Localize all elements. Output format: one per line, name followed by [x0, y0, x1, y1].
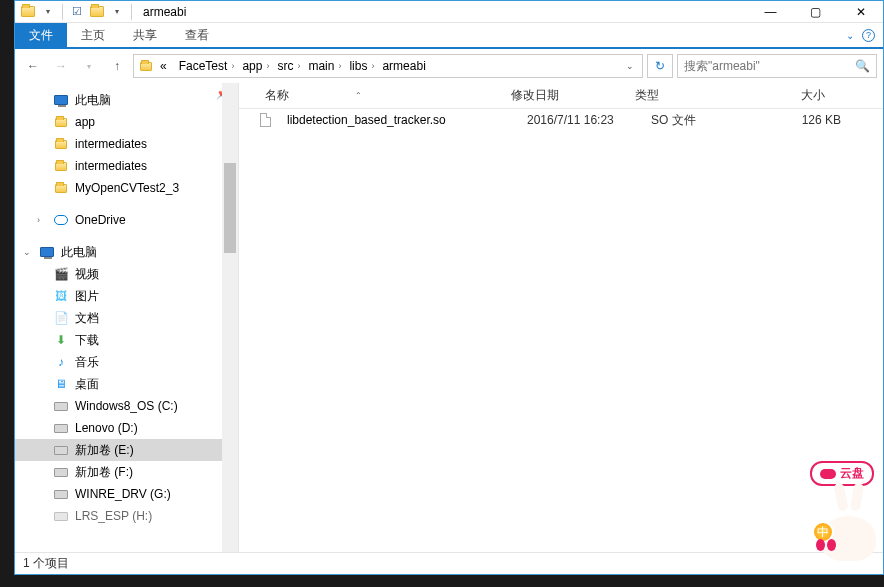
quick-access-toolbar: ▾ ☑ ▾: [15, 3, 135, 21]
file-size: 126 KB: [759, 113, 849, 127]
tab-share[interactable]: 共享: [119, 23, 171, 47]
sidebar-item[interactable]: ♪音乐: [15, 351, 238, 373]
status-bar: 1 个项目: [15, 552, 883, 574]
col-size[interactable]: 大小: [743, 87, 833, 104]
close-button[interactable]: ✕: [838, 1, 883, 23]
breadcrumb-seg[interactable]: armeabi: [378, 59, 429, 73]
sidebar-item[interactable]: WINRE_DRV (G:): [15, 483, 238, 505]
ribbon-tabs: 文件 主页 共享 查看 ⌄ ?: [15, 23, 883, 47]
file-list: 名称⌃ 修改日期 类型 大小 libdetection_based_tracke…: [239, 83, 883, 552]
sidebar-item[interactable]: 🖼图片: [15, 285, 238, 307]
breadcrumb-seg[interactable]: main›: [304, 59, 345, 73]
sidebar-item[interactable]: 📄文档: [15, 307, 238, 329]
sidebar-quick-access[interactable]: 此电脑 📌: [15, 89, 238, 111]
sidebar-item[interactable]: 新加卷 (F:): [15, 461, 238, 483]
sidebar-item[interactable]: app: [15, 111, 238, 133]
breadcrumb-overflow[interactable]: «: [156, 59, 175, 73]
ribbon-help-icon[interactable]: ?: [862, 29, 875, 42]
file-date: 2016/7/11 16:23: [519, 113, 643, 127]
qat-dropdown-2[interactable]: ▾: [108, 3, 126, 21]
sidebar-scrollbar[interactable]: [222, 83, 238, 552]
recent-dropdown[interactable]: ▾: [77, 54, 101, 78]
file-row[interactable]: libdetection_based_tracker.so 2016/7/11 …: [239, 109, 883, 131]
explorer-window: ▾ ☑ ▾ armeabi — ▢ ✕ 文件 主页 共享 查看 ⌄ ? ← → …: [14, 0, 884, 575]
qat-dropdown[interactable]: ▾: [39, 3, 57, 21]
file-icon: [257, 112, 273, 128]
sidebar-item[interactable]: Lenovo (D:): [15, 417, 238, 439]
refresh-button[interactable]: ↻: [647, 54, 673, 78]
nav-pane: 此电脑 📌 app intermediates intermediates My…: [15, 83, 239, 552]
column-headers: 名称⌃ 修改日期 类型 大小: [239, 83, 883, 109]
address-bar[interactable]: « FaceTest› app› src› main› libs› armeab…: [133, 54, 643, 78]
sidebar-item[interactable]: ⬇下载: [15, 329, 238, 351]
tab-file[interactable]: 文件: [15, 23, 67, 47]
sidebar-item[interactable]: intermediates: [15, 155, 238, 177]
back-button[interactable]: ←: [21, 54, 45, 78]
ribbon-expand-icon[interactable]: ⌄: [846, 30, 854, 41]
tab-home[interactable]: 主页: [67, 23, 119, 47]
search-icon: 🔍: [855, 59, 870, 73]
col-name[interactable]: 名称⌃: [257, 87, 503, 104]
sidebar-onedrive[interactable]: ›OneDrive: [15, 209, 238, 231]
nav-row: ← → ▾ ↑ « FaceTest› app› src› main› libs…: [15, 49, 883, 83]
sidebar-this-pc[interactable]: ⌄此电脑: [15, 241, 238, 263]
search-box[interactable]: 搜索"armeabi" 🔍: [677, 54, 877, 78]
window-title: armeabi: [143, 5, 186, 19]
forward-button[interactable]: →: [49, 54, 73, 78]
sidebar-item[interactable]: 🎬视频: [15, 263, 238, 285]
breadcrumb-seg[interactable]: libs›: [345, 59, 378, 73]
file-name: libdetection_based_tracker.so: [279, 113, 519, 127]
breadcrumb-seg[interactable]: src›: [273, 59, 304, 73]
qat-folder-icon[interactable]: [88, 3, 106, 21]
breadcrumb-seg[interactable]: app›: [238, 59, 273, 73]
sidebar-item[interactable]: MyOpenCVTest2_3: [15, 177, 238, 199]
tab-view[interactable]: 查看: [171, 23, 223, 47]
breadcrumb-seg[interactable]: FaceTest›: [175, 59, 239, 73]
sidebar-item[interactable]: 🖥桌面: [15, 373, 238, 395]
app-icon[interactable]: [19, 3, 37, 21]
col-date[interactable]: 修改日期: [503, 87, 627, 104]
up-button[interactable]: ↑: [105, 54, 129, 78]
window-controls: — ▢ ✕: [748, 1, 883, 23]
file-type: SO 文件: [643, 112, 759, 129]
content-area: 此电脑 📌 app intermediates intermediates My…: [15, 83, 883, 552]
search-placeholder: 搜索"armeabi": [684, 58, 760, 75]
sort-indicator-icon: ⌃: [355, 91, 362, 100]
col-type[interactable]: 类型: [627, 87, 743, 104]
properties-icon[interactable]: ☑: [68, 3, 86, 21]
maximize-button[interactable]: ▢: [793, 1, 838, 23]
sidebar-item[interactable]: intermediates: [15, 133, 238, 155]
item-count: 1 个项目: [23, 555, 69, 572]
sidebar-item[interactable]: LRS_ESP (H:): [15, 505, 238, 527]
title-bar: ▾ ☑ ▾ armeabi — ▢ ✕: [15, 1, 883, 23]
address-dropdown[interactable]: ⌄: [620, 61, 640, 71]
sidebar-item-selected[interactable]: 新加卷 (E:): [15, 439, 238, 461]
sidebar-item[interactable]: Windows8_OS (C:): [15, 395, 238, 417]
minimize-button[interactable]: —: [748, 1, 793, 23]
